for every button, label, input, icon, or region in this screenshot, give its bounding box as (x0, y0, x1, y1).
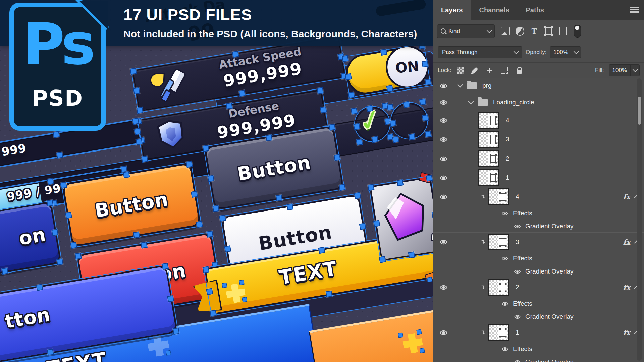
visibility-toggle[interactable] (433, 265, 454, 278)
visibility-toggle[interactable] (433, 78, 454, 94)
selection-handle[interactable] (359, 223, 366, 230)
layer-thumbnail[interactable] (478, 112, 499, 129)
photoshop-canvas[interactable]: Attack Speed 999,999 Defense 999,999 999… (0, 0, 433, 362)
visibility-toggle[interactable] (433, 206, 454, 220)
selection-handle[interactable] (339, 184, 346, 191)
layer-row[interactable]: prg (433, 78, 644, 94)
selection-handle[interactable] (65, 212, 72, 219)
blend-mode-dropdown[interactable]: Pass Through (438, 46, 522, 58)
layer-row[interactable]: 1 fx (433, 323, 644, 342)
effect-visibility-toggle[interactable] (514, 314, 521, 320)
layer-row[interactable]: Effects (433, 251, 644, 265)
selection-handle[interactable] (51, 229, 58, 236)
visibility-toggle[interactable] (433, 342, 454, 356)
layer-name[interactable]: Effects (513, 345, 532, 353)
layer-name[interactable]: 3 (516, 238, 519, 246)
selection-handle[interactable] (53, 131, 60, 138)
layer-row[interactable]: 2 (433, 149, 644, 168)
selection-handle[interactable] (196, 221, 203, 228)
layer-name[interactable]: prg (482, 82, 491, 89)
selection-handle[interactable] (276, 194, 283, 201)
lock-position-icon[interactable] (486, 66, 494, 74)
selection-handle[interactable] (368, 184, 375, 191)
selection-handle[interactable] (337, 53, 344, 60)
selection-handle[interactable] (320, 106, 327, 113)
selection-handle[interactable] (133, 87, 140, 95)
selection-handle[interactable] (380, 49, 387, 56)
visibility-toggle[interactable] (433, 233, 454, 251)
layer-row[interactable]: 1 (433, 168, 644, 187)
selection-handle[interactable] (141, 242, 148, 249)
visibility-toggle[interactable] (433, 111, 454, 130)
tab-paths[interactable]: Paths (518, 0, 552, 20)
layer-row[interactable]: Effects (433, 342, 644, 356)
selection-handle[interactable] (56, 258, 63, 265)
layer-row[interactable]: Gradient Overlay (433, 311, 644, 323)
selection-handle[interactable] (70, 242, 77, 249)
selection-handle[interactable] (387, 104, 394, 111)
effect-visibility-toggle[interactable] (514, 268, 521, 275)
selection-handle[interactable] (354, 192, 361, 199)
layer-name[interactable]: Gradient Overlay (525, 268, 574, 275)
filter-smart-objects-icon[interactable] (558, 26, 568, 36)
layer-thumbnail[interactable] (488, 188, 509, 205)
visibility-toggle[interactable] (433, 168, 454, 187)
layer-thumbnail[interactable] (488, 234, 509, 250)
fx-badge[interactable]: fx (623, 238, 630, 246)
selection-handle[interactable] (219, 215, 226, 222)
layer-thumbnail[interactable] (488, 324, 509, 341)
visibility-toggle[interactable] (433, 130, 454, 149)
visibility-toggle[interactable] (433, 220, 454, 232)
opacity-field[interactable]: 100% (550, 46, 581, 58)
visibility-toggle[interactable] (433, 356, 454, 362)
selection-handle[interactable] (130, 68, 137, 75)
layer-thumbnail[interactable] (478, 131, 499, 148)
effect-visibility-toggle[interactable] (514, 359, 521, 362)
effect-visibility-toggle[interactable] (501, 210, 509, 217)
filter-type-layers-icon[interactable]: T (530, 26, 539, 36)
layer-thumbnail[interactable] (478, 169, 499, 186)
visibility-toggle[interactable] (433, 94, 454, 111)
visibility-toggle[interactable] (433, 323, 454, 342)
filter-shape-layers-icon[interactable] (544, 26, 553, 36)
layer-name[interactable]: Loading_circle (493, 99, 534, 106)
filter-adjustment-layers-icon[interactable] (515, 26, 524, 36)
layer-name[interactable]: Gradient Overlay (525, 358, 574, 362)
layer-name[interactable]: 1 (516, 329, 519, 336)
fx-badge[interactable]: fx (623, 328, 630, 337)
lock-artboard-icon[interactable] (500, 66, 508, 74)
layer-thumbnail[interactable] (488, 279, 509, 296)
layer-row[interactable]: Effects (433, 206, 644, 220)
selection-handle[interactable] (206, 231, 213, 238)
lock-transparency-icon[interactable] (456, 66, 464, 74)
kind-filter-dropdown[interactable]: Kind (437, 24, 495, 38)
selection-handle[interactable] (137, 107, 144, 114)
layer-row[interactable]: Gradient Overlay (433, 265, 644, 278)
layer-name[interactable]: 2 (516, 284, 519, 291)
layer-thumbnail[interactable] (478, 150, 499, 167)
visibility-toggle[interactable] (433, 278, 454, 297)
tab-layers[interactable]: Layers (433, 0, 471, 20)
layer-name[interactable]: Gradient Overlay (525, 313, 574, 320)
selection-handle[interactable] (191, 191, 198, 198)
selection-handle[interactable] (207, 175, 214, 182)
selection-handle[interactable] (397, 179, 404, 186)
layer-row[interactable]: Loading_circle (433, 94, 644, 111)
fill-field[interactable]: 100% (609, 64, 640, 76)
layer-row[interactable]: Gradient Overlay (433, 356, 644, 362)
layer-row[interactable]: 3 fx (433, 233, 644, 251)
selection-handle[interactable] (382, 103, 389, 110)
selection-handle[interactable] (373, 220, 380, 227)
panel-menu-icon[interactable] (630, 7, 639, 13)
layer-name[interactable]: Gradient Overlay (525, 223, 574, 230)
layer-row[interactable]: 2 fx (433, 278, 644, 297)
lock-pixels-icon[interactable] (471, 66, 479, 74)
tab-channels[interactable]: Channels (471, 0, 518, 20)
fx-badge[interactable]: fx (623, 283, 630, 292)
selection-handle[interactable] (432, 211, 433, 218)
selection-handle[interactable] (1, 267, 8, 275)
layer-row[interactable]: Gradient Overlay (433, 220, 644, 233)
layer-name[interactable]: 4 (506, 117, 509, 124)
expand-chevron-icon[interactable] (458, 82, 463, 88)
effect-visibility-toggle[interactable] (514, 223, 521, 230)
